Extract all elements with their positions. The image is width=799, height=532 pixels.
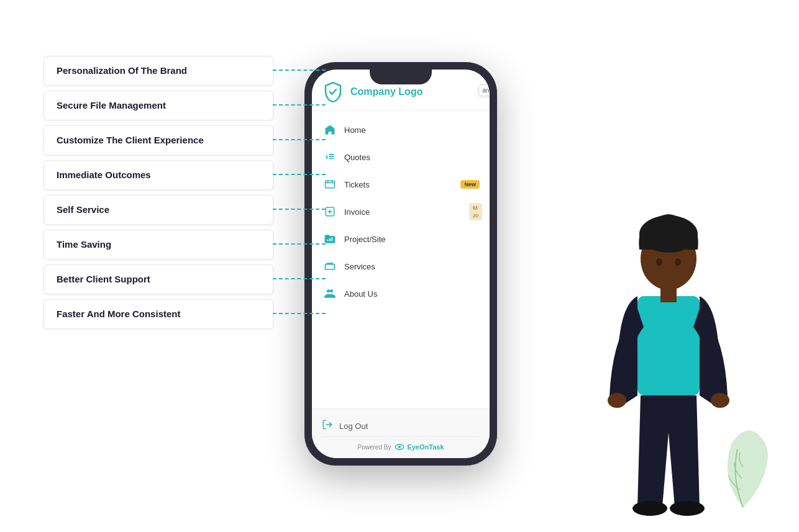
logout-label: Log Out [339, 422, 368, 431]
quotes-label: Quotes [344, 153, 370, 162]
phone-inner: Company Logo ard ▾ [312, 70, 490, 458]
svg-rect-7 [327, 240, 329, 241]
phone-screen: Company Logo ard ▾ [312, 70, 490, 458]
tickets-badge: New [460, 180, 480, 189]
shield-icon [322, 81, 344, 103]
svg-rect-0 [326, 181, 335, 188]
nav-tickets[interactable]: Tickets New [312, 171, 490, 198]
feature-label: Self Service [57, 204, 109, 215]
feature-self-service[interactable]: Self Service [43, 195, 273, 225]
svg-point-20 [711, 393, 729, 408]
nav-home[interactable]: Home [312, 116, 490, 143]
invoice-label: Invoice [344, 207, 370, 217]
partial-dropdown[interactable]: ard ▾ [478, 84, 490, 96]
phone-notch [370, 70, 432, 84]
feature-customize-client[interactable]: Customize The Client Experience [43, 125, 273, 155]
invoice-icon [323, 205, 337, 219]
eyeontask-brand: EyeOnTask [395, 442, 444, 452]
logout-row[interactable]: Log Out [322, 415, 480, 437]
app-nav: Home Quotes [312, 111, 490, 408]
svg-point-21 [632, 501, 667, 516]
phone-mockup: Company Logo ard ▾ [304, 62, 497, 466]
dropdown-label: ard [483, 87, 490, 94]
feature-faster-consistent[interactable]: Faster And More Consistent [43, 299, 273, 329]
company-logo: Company Logo [350, 86, 422, 97]
nav-quotes[interactable]: Quotes [312, 143, 490, 171]
main-container: Personalization Of The Brand Secure File… [0, 0, 799, 532]
feature-time-saving[interactable]: Time Saving [43, 230, 273, 259]
nav-about-us[interactable]: About Us [312, 280, 490, 307]
powered-by-text: Powered By [357, 444, 391, 451]
svg-rect-15 [637, 296, 700, 395]
feature-better-client[interactable]: Better Client Support [43, 264, 273, 294]
feature-label: Better Client Support [57, 274, 150, 284]
feature-label: Immediate Outcomes [57, 169, 151, 180]
feature-list: Personalization Of The Brand Secure File… [43, 56, 273, 329]
quotes-icon [323, 150, 337, 164]
invoice-note: M 20 [469, 203, 482, 220]
phone-outer: Company Logo ard ▾ [304, 62, 497, 466]
about-us-label: About Us [344, 289, 377, 299]
leaf-decoration [706, 420, 780, 513]
feature-label: Time Saving [57, 239, 111, 250]
feature-secure-file[interactable]: Secure File Management [43, 91, 273, 120]
logout-icon [322, 419, 333, 433]
svg-point-22 [670, 501, 705, 516]
svg-point-11 [330, 289, 333, 292]
tickets-label: Tickets [344, 180, 370, 189]
project-site-label: Project/Site [344, 235, 385, 244]
svg-point-24 [675, 258, 681, 266]
feature-label: Personalization Of The Brand [57, 65, 187, 76]
powered-by: Powered By EyeOnTask [322, 442, 480, 452]
services-icon [323, 259, 337, 273]
feature-label: Faster And More Consistent [57, 309, 180, 319]
nav-services[interactable]: Services [312, 253, 490, 280]
app-footer: Log Out Powered By EyeOnTask [312, 408, 490, 458]
nav-invoice[interactable]: Invoice M 20 [312, 198, 490, 225]
svg-rect-8 [329, 238, 331, 241]
feature-label: Customize The Client Experience [57, 135, 204, 145]
svg-rect-9 [332, 238, 333, 241]
services-label: Services [344, 262, 375, 271]
svg-rect-18 [660, 284, 677, 302]
svg-point-10 [327, 289, 330, 292]
svg-point-23 [656, 258, 662, 266]
feature-label: Secure File Management [57, 100, 166, 110]
home-icon [323, 123, 337, 137]
svg-point-14 [398, 446, 401, 448]
feature-immediate-outcomes[interactable]: Immediate Outcomes [43, 160, 273, 190]
home-label: Home [344, 125, 366, 135]
tickets-icon [323, 178, 337, 191]
about-icon [323, 287, 337, 300]
feature-personalization[interactable]: Personalization Of The Brand [43, 56, 273, 86]
nav-project-site[interactable]: Project/Site [312, 225, 490, 253]
brand-name: EyeOnTask [407, 443, 444, 451]
svg-point-19 [608, 393, 626, 408]
